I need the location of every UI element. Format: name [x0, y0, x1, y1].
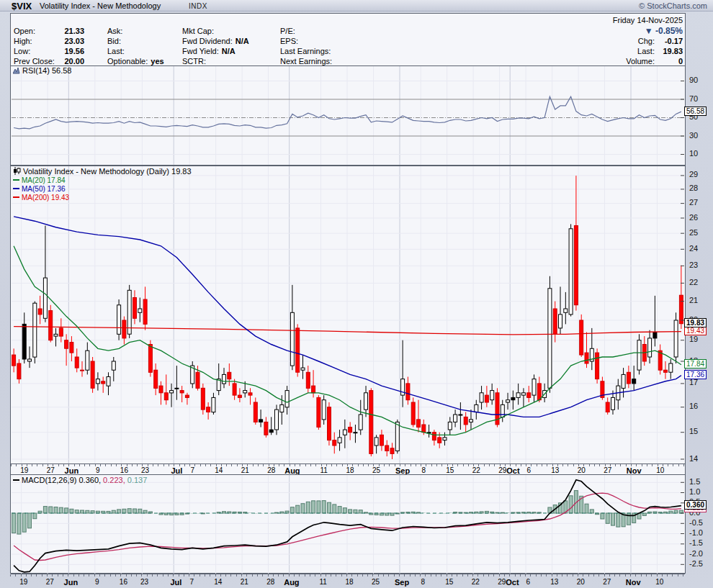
copyright-link[interactable]: © StockCharts.com	[639, 1, 707, 10]
quote-right-field: Last: 19.83	[637, 47, 683, 55]
y-axis-label: 15	[689, 427, 698, 435]
quote-field: Low:19.56	[14, 47, 84, 57]
y-axis-label: 1.0	[689, 487, 700, 496]
y-axis-label: -0.5	[689, 518, 703, 527]
quote-field: Last Earnings:	[280, 47, 333, 57]
x-axis-label: 22	[472, 466, 480, 474]
x-axis-label: 14	[215, 466, 223, 474]
y-axis-label: 17	[689, 378, 698, 386]
exchange-label: INDX	[189, 2, 207, 10]
x-axis-label: Jun	[64, 578, 79, 587]
quote-panel: Open:21.33High:23.03Low:19.56Prev Close:…	[11, 14, 685, 65]
x-axis-label: 18	[346, 466, 354, 474]
change-percent: ▼ -0.85%	[645, 26, 683, 36]
x-axis-label: 23	[140, 578, 148, 586]
x-axis-label: 10	[655, 578, 663, 586]
quote-field: P/E:	[280, 27, 298, 37]
macd-panel[interactable]	[11, 474, 685, 574]
x-axis-label: 16	[120, 466, 128, 474]
x-axis-label: Jul	[170, 578, 181, 587]
rsi-panel[interactable]	[11, 65, 685, 166]
y-axis-label: -2.5	[689, 559, 703, 568]
y-axis-label: 25	[689, 228, 698, 237]
x-axis-bottom: 1927Jun91623Jul7142128Aug111825Sep815222…	[10, 577, 684, 587]
x-axis-label: 23	[141, 466, 149, 474]
ma-line-swatch	[13, 179, 19, 181]
y-axis-label: 90	[689, 76, 698, 84]
x-axis-label: 11	[320, 466, 327, 474]
quote-field: Fwd Yield:N/A	[182, 47, 236, 57]
y-axis-label: 16	[689, 402, 698, 410]
x-axis-label: 14	[214, 578, 222, 586]
date-label: Friday 14-Nov-2025	[613, 16, 683, 24]
quote-field: Last:	[107, 47, 127, 57]
quote-field: Mkt Cap:	[182, 27, 217, 37]
x-axis-label: 27	[604, 466, 611, 474]
x-axis-label: Aug	[284, 578, 299, 587]
x-axis-ticks-bottom	[10, 574, 684, 576]
x-axis-label: 29	[498, 466, 506, 474]
x-axis-label: 9	[96, 466, 100, 474]
y-axis-label: 1.5	[689, 477, 700, 486]
y-axis-label: 28	[689, 184, 698, 192]
chart-area[interactable]: Open:21.33High:23.03Low:19.56Prev Close:…	[10, 13, 686, 574]
ma-legend: MA(50) 17.36	[13, 185, 66, 193]
value-callout: 19.83	[684, 318, 707, 327]
x-axis-label: 10	[656, 466, 664, 474]
value-callout: 17.36	[684, 370, 707, 379]
x-axis-label: 16	[120, 578, 127, 586]
title-bar: $VIX Volatility Index - New Methodology …	[0, 0, 713, 12]
x-axis-label: 27	[603, 578, 611, 586]
quote-field: Fwd Dividend:N/A	[182, 37, 249, 47]
x-axis-label: 28	[266, 578, 274, 586]
value-callout: 17.84	[684, 359, 707, 368]
quote-right-field: Chg: -0.17	[638, 37, 683, 45]
y-axis-label: 27	[689, 198, 698, 207]
ma-legend: MA(200) 19.43	[13, 194, 69, 202]
x-axis-label: Sep	[395, 578, 409, 587]
y-axis-label: 29	[689, 170, 698, 178]
x-axis-label: 25	[372, 578, 380, 586]
y-axis-label: -1.0	[689, 528, 703, 537]
candlestick-icon	[13, 167, 21, 175]
quote-field: Open:21.33	[14, 27, 84, 37]
macd-line-swatch	[13, 479, 19, 481]
y-axis-label: 23	[689, 261, 698, 269]
x-axis-label: 8	[421, 578, 426, 586]
down-arrow-icon: ▼	[645, 26, 653, 36]
x-axis-label: 19	[19, 578, 27, 586]
x-axis-label: 6	[526, 466, 531, 474]
x-axis-label: 13	[551, 466, 559, 474]
x-axis-label: 15	[446, 466, 454, 474]
price-panel[interactable]	[11, 166, 685, 464]
x-axis-label: 20	[578, 466, 586, 474]
x-axis-label: Nov	[626, 578, 641, 587]
quote-field: Ask:	[107, 27, 125, 37]
chart-title: Volatility Index - New Methodology	[40, 1, 161, 10]
y-axis-label: 24	[689, 244, 698, 253]
x-axis-label: 18	[346, 578, 354, 586]
y-axis-label: 22	[689, 278, 698, 286]
x-axis-label: Oct	[506, 578, 519, 587]
x-axis-label: 21	[241, 466, 249, 474]
ma-line-swatch	[13, 188, 19, 189]
x-axis-label: 9	[95, 578, 99, 586]
y-axis-label: 21	[689, 296, 698, 304]
y-axis-label: 19	[689, 335, 698, 343]
ma-line-swatch	[13, 196, 19, 198]
y-axis-label: -1.5	[689, 538, 703, 547]
x-axis-label: 20	[577, 578, 585, 586]
quote-field: EPS:	[280, 37, 301, 47]
price-legend: Volatility Index - New Methodology (Dail…	[13, 167, 192, 176]
y-axis-label: -2.0	[689, 549, 703, 558]
x-axis-label: 19	[20, 466, 28, 474]
y-axis-label: 70	[689, 94, 698, 103]
x-axis-label: 7	[190, 466, 194, 474]
quote-field: High:23.03	[14, 37, 84, 47]
x-axis-label: 6	[526, 578, 530, 586]
symbol-label: $VIX	[12, 1, 32, 12]
value-callout: 56.58	[684, 107, 707, 116]
quote-right-field: Volume: 0	[626, 57, 683, 65]
y-axis-label: 26	[689, 213, 698, 222]
x-axis-label: 7	[189, 578, 194, 586]
